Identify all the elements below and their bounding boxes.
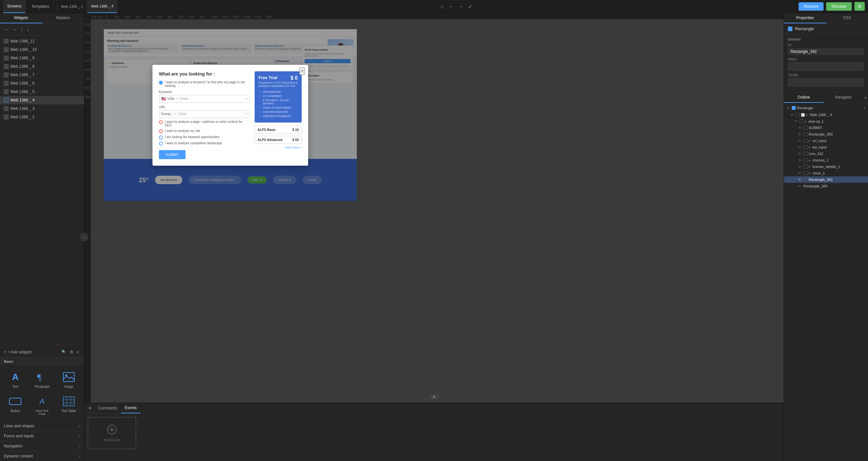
expand-icon[interactable]: ▶ xyxy=(809,165,811,168)
design-canvas-page[interactable]: Begin SEO journey with ... Planning and … xyxy=(104,29,357,201)
settings-icon[interactable]: ⚙ xyxy=(855,2,865,11)
reshare-button[interactable]: Reshare xyxy=(799,2,824,11)
tab-screens[interactable]: Screens xyxy=(3,0,26,13)
widget-image[interactable]: Image xyxy=(57,369,81,390)
submit-button[interactable]: SUBMIT xyxy=(159,150,186,159)
visibility-icon[interactable]: 👁 xyxy=(790,113,794,117)
radio-item-1[interactable]: I want to analyse a keyword / to find wh… xyxy=(159,80,249,88)
list-view-icon[interactable]: ≡ xyxy=(75,349,80,355)
category-navigation[interactable]: Navigation › xyxy=(0,441,84,451)
home-icon[interactable]: ⌂ xyxy=(439,3,445,10)
category-dynamic-content[interactable]: Dynamic content › xyxy=(0,451,84,461)
visibility-icon[interactable]: 👁 xyxy=(798,178,802,182)
radio-item-4[interactable]: I am looking for keyword opportunities xyxy=(159,135,249,139)
tooltip-field[interactable] xyxy=(788,78,864,87)
tree-item-line162[interactable]: 👁 Line_162 xyxy=(784,151,868,157)
visibility-icon[interactable]: 👁 xyxy=(798,152,802,156)
screen-item-active[interactable]: Web 1366 _ 4 xyxy=(0,96,84,104)
layer-checkbox[interactable] xyxy=(803,165,807,169)
tab-outline[interactable]: Outline xyxy=(784,92,824,103)
simulate-button[interactable]: Simulate xyxy=(826,2,852,11)
layer-checkbox[interactable] xyxy=(803,145,807,149)
canvas-container[interactable]: 100 200 300 400 500 600 700 800 900 Begi… xyxy=(84,20,784,403)
radio-item-3[interactable]: I want to analyse my site xyxy=(159,129,249,133)
keyword-input[interactable]: 🇺🇸 USA- ▾ Enter ▾ xyxy=(159,95,249,103)
screen-item[interactable]: Web 1366 _ 6 xyxy=(0,79,84,88)
layer-checkbox[interactable] xyxy=(803,132,807,136)
tab-properties[interactable]: Properties xyxy=(784,13,826,23)
visibility-icon[interactable]: 👁 xyxy=(798,185,802,188)
tab-events[interactable]: Events xyxy=(121,403,141,413)
arrow-right[interactable]: → xyxy=(11,26,18,33)
screen-item[interactable]: Web 1366 _ 10 xyxy=(0,45,84,54)
visibility-icon[interactable]: 👁 xyxy=(786,106,790,110)
tree-item-license-details[interactable]: 👁 ▶ license_details_1 xyxy=(784,163,868,170)
widget-input-text[interactable]: A Input TextField xyxy=(30,393,54,418)
layer-checkbox[interactable] xyxy=(803,171,807,175)
tree-item-kw-input[interactable]: 👁 ▶ kw_input xyxy=(784,144,868,151)
screen-item[interactable]: Web 1366 _ 3 xyxy=(0,104,84,113)
alps-advanced-plan-button[interactable]: ALPS Advanced $ 50 xyxy=(255,136,302,144)
visibility-icon[interactable]: 👁 xyxy=(798,165,802,169)
tree-item-url-input[interactable]: 👁 ▶ url_input xyxy=(784,137,868,144)
tree-item-popup1[interactable]: 👁 ▶ pop-up_1 xyxy=(784,118,868,125)
close-icon[interactable]: ✕ xyxy=(300,67,305,75)
expand-panel-icon[interactable]: » xyxy=(863,92,868,103)
add-event-area[interactable]: Add Event xyxy=(88,417,136,449)
layer-checkbox[interactable] xyxy=(803,158,807,162)
tree-item-submit[interactable]: 👁 SUBMIT xyxy=(784,125,868,131)
visibility-icon[interactable]: 👁 xyxy=(798,145,802,149)
view-plans-link[interactable]: View Plans » xyxy=(255,146,302,149)
canvas-tab-2[interactable]: Web 1366 _ 4 xyxy=(87,0,117,13)
expand-icon[interactable]: ▶ xyxy=(809,172,811,175)
widget-button[interactable]: Button xyxy=(3,393,27,418)
alps-basic-plan-button[interactable]: ALPS Basic $ 10 xyxy=(255,126,302,134)
tree-item-rectangle-top[interactable]: 👁 Rectangle ↑ xyxy=(784,104,868,111)
canvas-tab-1[interactable]: Web 1366 _ 1 xyxy=(57,0,87,13)
fullscreen-icon[interactable]: ⤢ xyxy=(467,3,473,10)
expand-icon[interactable]: ▶ xyxy=(809,159,811,162)
tree-item-rect345[interactable]: 👁 Rectangle_345 xyxy=(784,183,868,189)
widget-paragraph[interactable]: ¶ Paragraph xyxy=(30,369,54,390)
forward-icon[interactable]: → xyxy=(457,3,464,10)
tree-item-rect342-selected[interactable]: 👁 Rectangle_342 xyxy=(784,176,868,183)
visibility-icon[interactable]: 👁 xyxy=(794,120,798,123)
radio-item-5[interactable]: I want to analyse competitive landscape xyxy=(159,141,249,145)
screen-item[interactable]: Web 1366 _ 5 xyxy=(0,88,84,96)
category-forms-inputs[interactable]: Forms and inputs › xyxy=(0,431,84,441)
layer-checkbox[interactable] xyxy=(800,119,803,123)
expand-icon[interactable]: ▶ xyxy=(805,120,807,123)
screen-item[interactable]: Web 1366 _ 2 xyxy=(0,113,84,121)
tree-item-choices1[interactable]: 👁 ▶ choices_1 xyxy=(784,157,868,163)
arrow-up[interactable]: ↑ xyxy=(20,26,24,33)
tab-templates[interactable]: Templates xyxy=(28,0,54,13)
value-field[interactable] xyxy=(788,62,864,71)
visibility-icon[interactable]: 👁 xyxy=(798,126,802,130)
expand-icon[interactable]: ▶ xyxy=(806,113,808,117)
scroll-down-indicator[interactable]: ▼ xyxy=(430,395,438,399)
move-up-icon[interactable]: ↑ xyxy=(864,106,865,110)
id-value[interactable]: Rectangle_342 xyxy=(788,48,864,55)
url-input[interactable]: Domai... ▾ Enter ▾ xyxy=(159,110,249,118)
tab-comments[interactable]: Comments xyxy=(94,403,121,413)
back-icon[interactable]: ← xyxy=(447,3,455,10)
grid-view-icon[interactable]: ⊞ xyxy=(69,349,74,355)
visibility-icon[interactable]: 👁 xyxy=(798,159,802,162)
arrow-down[interactable]: ↓ xyxy=(26,26,30,33)
tab-widgets[interactable]: Widgets xyxy=(0,13,42,23)
collapse-sidebar-button[interactable]: ‹ xyxy=(81,233,88,241)
screen-item[interactable]: Web 1366 _ 9 xyxy=(0,54,84,62)
add-widgets-button[interactable]: + + Add widgets 🔍 ⊞ ≡ xyxy=(0,347,84,358)
category-lines-shapes[interactable]: Lines and shapes › xyxy=(0,421,84,431)
visibility-icon[interactable]: 👁 xyxy=(798,139,802,143)
tree-item-web1366-4[interactable]: 👁 ⬜ ▶ Web 1366 _ 4 xyxy=(784,111,868,118)
layer-checkbox[interactable] xyxy=(803,152,807,156)
search-icon[interactable]: 🔍 xyxy=(60,349,67,355)
visibility-icon[interactable]: 👁 xyxy=(798,133,802,136)
layer-checkbox[interactable] xyxy=(803,139,807,143)
radio-item-2[interactable]: I want to analyse a page / optimise or w… xyxy=(159,120,249,127)
tab-masters[interactable]: Masters xyxy=(42,13,84,23)
screen-item[interactable]: Web 1366_11 xyxy=(0,37,84,45)
tab-css[interactable]: CSS xyxy=(826,13,868,23)
expand-icon[interactable]: ▶ xyxy=(809,139,811,142)
